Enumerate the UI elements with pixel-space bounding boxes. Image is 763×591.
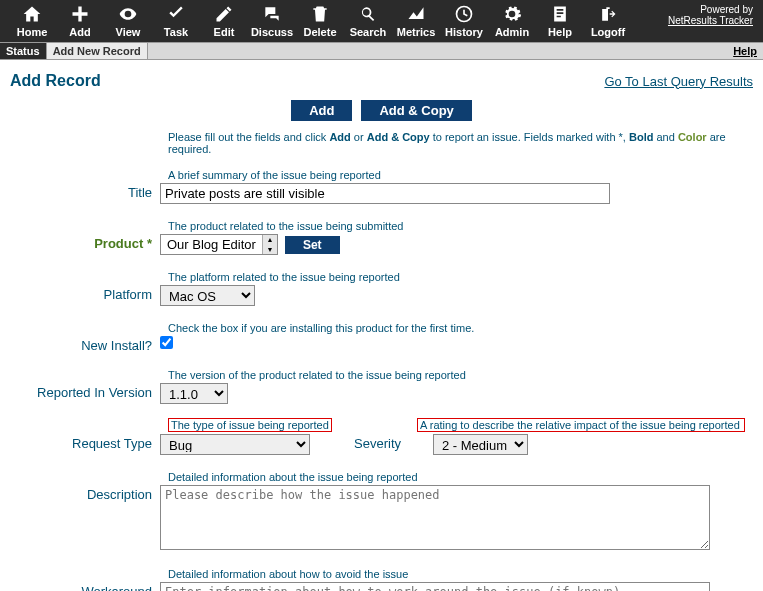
check-icon [165,4,187,24]
label-request-type: Request Type [10,434,160,451]
title-input[interactable] [160,183,610,204]
label-workaround: Workaround [10,582,160,591]
hint-request-type: The type of issue being reported [168,418,332,432]
help-button[interactable]: Help [536,4,584,40]
hint-new-install: Check the box if you are installing this… [168,322,753,334]
hint-workaround: Detailed information about how to avoid … [168,568,753,580]
product-spinner[interactable]: Our Blog Editor ▲ ▼ [160,234,278,255]
hint-title: A brief summary of the issue being repor… [168,169,753,181]
page-title: Add Record [10,72,101,90]
content: Add Record Go To Last Query Results Add … [0,60,763,591]
request-type-select[interactable]: Bug [160,434,310,455]
hint-severity: A rating to describe the relative impact… [417,418,745,432]
powered-by: Powered by NetResults Tracker [668,4,753,26]
toolbar-label: Edit [214,26,235,38]
last-query-link[interactable]: Go To Last Query Results [604,74,753,89]
admin-button[interactable]: Admin [488,4,536,40]
toolbar-label: Delete [303,26,336,38]
metrics-icon [405,4,427,24]
new-install-checkbox[interactable] [160,336,173,349]
clock-icon [453,4,475,24]
version-select[interactable]: 1.1.0 [160,383,228,404]
search-button[interactable]: Search [344,4,392,40]
hint-platform: The platform related to the issue being … [168,271,753,283]
trash-icon [309,4,331,24]
toolbar-label: Help [548,26,572,38]
tab-add-new-record[interactable]: Add New Record [47,43,148,59]
label-platform: Platform [10,285,160,302]
hint-product: The product related to the issue being s… [168,220,753,232]
label-version: Reported In Version [10,383,160,400]
hint-version: The version of the product related to th… [168,369,753,381]
gear-icon [501,4,523,24]
label-new-install: New Install? [10,336,160,353]
toolbar-label: View [116,26,141,38]
hint-description: Detailed information about the issue bei… [168,471,753,483]
metrics-button[interactable]: Metrics [392,4,440,40]
toolbar-label: Admin [495,26,529,38]
add-button[interactable]: Add [56,4,104,40]
toolbar-label: Metrics [397,26,436,38]
toolbar-label: Search [350,26,387,38]
severity-select[interactable]: 2 - Medium [433,434,528,455]
help-link[interactable]: Help [733,45,757,57]
view-button[interactable]: View [104,4,152,40]
plus-icon [69,4,91,24]
task-button[interactable]: Task [152,4,200,40]
add-copy-button[interactable]: Add & Copy [361,100,471,121]
product-spinner-up[interactable]: ▲ [263,235,277,245]
toolbar-label: Home [17,26,48,38]
add-record-button[interactable]: Add [291,100,352,121]
eye-icon [117,4,139,24]
main-toolbar: Home Add View Task Edit Discuss Delete S… [0,0,763,42]
workaround-textarea[interactable] [160,582,710,591]
history-button[interactable]: History [440,4,488,40]
toolbar-label: Discuss [251,26,293,38]
button-row: Add Add & Copy [10,100,753,121]
label-title: Title [10,183,160,200]
powered-by-link[interactable]: NetResults Tracker [668,15,753,26]
instructions: Please fill out the fields and click Add… [168,131,738,155]
label-severity: Severity [344,434,409,455]
product-spinner-down[interactable]: ▼ [263,245,277,255]
edit-button[interactable]: Edit [200,4,248,40]
tab-status[interactable]: Status [0,43,47,59]
home-icon [21,4,43,24]
discuss-icon [261,4,283,24]
platform-select[interactable]: Mac OS [160,285,255,306]
home-button[interactable]: Home [8,4,56,40]
tab-bar: Status Add New Record Help [0,42,763,60]
label-product: Product * [10,234,160,251]
powered-by-label: Powered by [700,4,753,15]
search-icon [357,4,379,24]
description-textarea[interactable] [160,485,710,550]
discuss-button[interactable]: Discuss [248,4,296,40]
toolbar-label: Add [69,26,90,38]
set-button[interactable]: Set [285,236,340,254]
toolbar-label: Task [164,26,188,38]
label-description: Description [10,485,160,502]
toolbar-label: Logoff [591,26,625,38]
logoff-button[interactable]: Logoff [584,4,632,40]
delete-button[interactable]: Delete [296,4,344,40]
help-icon [549,4,571,24]
logoff-icon [597,4,619,24]
pencil-icon [213,4,235,24]
toolbar-label: History [445,26,483,38]
